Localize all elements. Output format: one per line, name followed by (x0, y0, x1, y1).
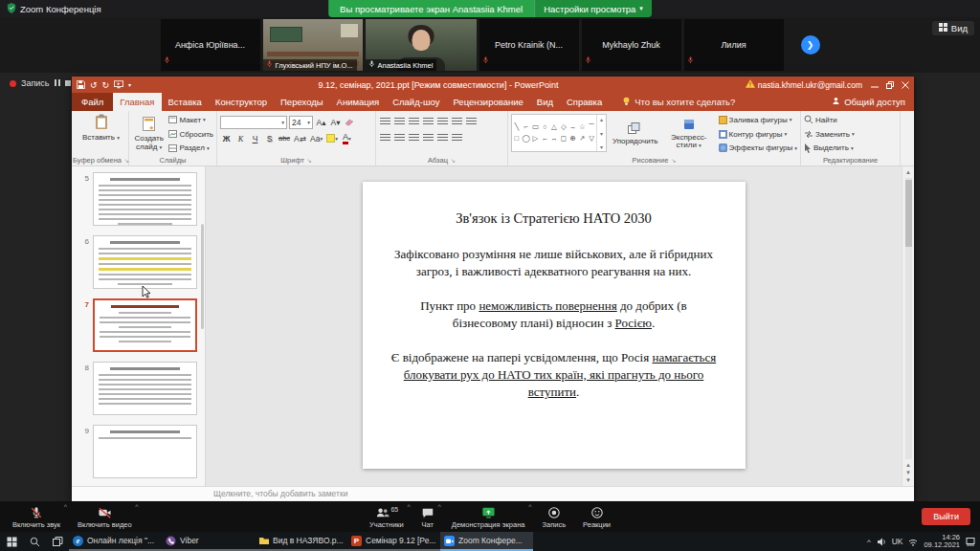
increase-font-size-icon[interactable]: A▴ (315, 116, 327, 129)
replace-button[interactable]: Заменить▾ (804, 128, 897, 141)
dialog-launcher-icon[interactable]: ↘ (451, 157, 456, 164)
slide-thumbnail-9[interactable] (93, 425, 197, 478)
strikethrough-button[interactable]: abc (278, 132, 291, 145)
toolbar-video-off-button[interactable]: ^Включить видео (69, 501, 141, 532)
bullets-icon[interactable] (379, 116, 391, 129)
shape-square-icon[interactable]: □ (515, 133, 520, 144)
slides-panel-scrollbar[interactable] (201, 224, 204, 329)
leave-button[interactable]: Выйти (922, 508, 970, 525)
shape-diamond-icon[interactable]: ◇ (561, 121, 567, 133)
tell-me-search[interactable]: Что вы хотите сделать? (622, 97, 735, 108)
select-button[interactable]: Выделить▾ (804, 142, 897, 154)
toolbar-reactions-button[interactable]: Реакции (574, 501, 619, 532)
save-icon[interactable] (77, 80, 85, 89)
paste-button[interactable]: Вставить ▾ (77, 114, 125, 142)
smartart-icon[interactable] (451, 132, 463, 145)
text-direction-icon[interactable] (451, 116, 463, 129)
redo-icon[interactable]: ↻ (102, 80, 110, 90)
minimize-button[interactable] (871, 81, 879, 89)
account-info[interactable]: nastia.khmel.ukr@gmail.com (746, 79, 862, 90)
shape-triangle-icon[interactable]: △ (551, 121, 557, 133)
shape-effects-button[interactable]: Эффекты фигуры▾ (719, 142, 797, 154)
quick-styles-button[interactable]: Экспресс-стили ▾ (662, 114, 716, 154)
shape-star-icon[interactable]: ☆ (579, 121, 586, 133)
line-spacing-icon[interactable] (436, 116, 449, 129)
shapes-gallery-scrollbar[interactable]: ▴▾▾ (596, 115, 606, 151)
chevron-up-icon[interactable]: ^ (438, 503, 441, 510)
taskbar-app-folder[interactable]: Вид в НАЗЯВО.р... (255, 532, 347, 551)
shape-arrow-up-right-icon[interactable]: ↗ (579, 133, 585, 144)
toolbar-mic-off-button[interactable]: ^Включить звук (4, 501, 69, 532)
section-button[interactable]: Раздел▾ (168, 142, 213, 154)
tab-Анимация[interactable]: Анимация (330, 93, 387, 111)
find-button[interactable]: Найти (804, 114, 897, 126)
action-center-icon[interactable] (966, 537, 975, 546)
chevron-up-icon[interactable]: ^ (528, 503, 531, 510)
shape-arc-icon[interactable]: ⌒ (588, 121, 595, 133)
chevron-up-icon[interactable]: ^ (135, 503, 138, 510)
new-slide-button[interactable]: Создать слайд ▾ (132, 114, 166, 154)
tab-Справка[interactable]: Справка (560, 93, 609, 111)
tab-Вид[interactable]: Вид (530, 93, 560, 111)
align-right-icon[interactable] (408, 132, 420, 145)
italic-button[interactable]: К (234, 132, 247, 145)
taskbar-app-browser[interactable]: eОнлайн лекція "... (69, 532, 162, 551)
start-slideshow-icon[interactable] (114, 80, 123, 89)
tab-Рецензирование[interactable]: Рецензирование (446, 93, 529, 111)
share-button[interactable]: Общий доступ (823, 97, 914, 107)
next-slide-icon[interactable]: ▾ (906, 469, 910, 476)
task-view-button[interactable] (46, 532, 69, 551)
justify-icon[interactable] (422, 132, 434, 145)
shape-plus-circle-icon[interactable]: ⊕ (569, 133, 575, 144)
slide-thumbnail-5[interactable] (93, 172, 197, 226)
scroll-down-icon[interactable]: ▾ (906, 476, 910, 484)
bold-button[interactable]: Ж (220, 132, 233, 145)
numbering-icon[interactable] (393, 116, 406, 129)
close-button[interactable] (902, 81, 909, 89)
align-left-icon[interactable] (379, 132, 391, 145)
change-case-button[interactable]: Аа▾ (309, 132, 323, 145)
align-text-icon[interactable] (465, 116, 478, 129)
font-size-combobox[interactable]: 24▾ (289, 116, 313, 129)
tab-Слайд-шоу[interactable]: Слайд-шоу (386, 93, 446, 111)
toolbar-participants-button[interactable]: 65^Участники (361, 501, 412, 532)
participant-tile[interactable]: Petro Krainik (N... (479, 19, 579, 71)
tab-Вставка[interactable]: Вставка (162, 93, 209, 111)
current-slide[interactable]: Зв'язок із Стратегією НАТО 2030 Зафіксов… (363, 182, 746, 469)
start-button[interactable] (0, 532, 23, 551)
toolbar-chat-button[interactable]: ^Чат (412, 501, 443, 532)
character-spacing-button[interactable]: A⇄ (293, 132, 307, 145)
shape-right-arrow-icon[interactable]: → (569, 121, 577, 133)
participant-tile[interactable]: Анфіса Юріївна... (161, 19, 260, 71)
underline-button[interactable]: Ч (249, 132, 261, 145)
decrease-font-size-icon[interactable]: A▾ (329, 116, 342, 129)
shape-triangle-down-icon[interactable]: ▽ (589, 133, 594, 144)
shape-elbow-icon[interactable]: ⌐ (523, 121, 527, 133)
text-shadow-button[interactable]: S (263, 132, 276, 145)
highlight-button[interactable]: ▾ (325, 132, 339, 145)
shape-triangle-right-icon[interactable]: ▷ (533, 133, 539, 144)
shape-small-square-icon[interactable]: ◻ (561, 133, 567, 144)
taskbar-app-viber[interactable]: Viber (162, 532, 255, 551)
dialog-launcher-icon[interactable]: ↘ (671, 157, 676, 164)
toolbar-record-button[interactable]: Запись (533, 501, 574, 532)
stop-recording-button[interactable] (65, 78, 71, 88)
tray-expand-icon[interactable]: ^ (867, 538, 871, 546)
taskbar-app-powerpoint[interactable]: PСемінар 9.12 [Ре... (347, 532, 440, 551)
decrease-indent-icon[interactable] (408, 116, 420, 129)
reset-button[interactable]: Сбросить (168, 128, 213, 141)
search-button[interactable] (23, 532, 46, 551)
participant-tile[interactable]: Глухівський НПУ ім.О... (263, 19, 363, 71)
toolbar-share-screen-button[interactable]: ^Демонстрация экрана (443, 501, 534, 532)
network-icon[interactable] (908, 538, 918, 546)
pause-recording-button[interactable] (55, 78, 60, 88)
view-button[interactable]: Вид (932, 21, 974, 35)
shapes-gallery[interactable]: ╲⌐▭○△◇→☆⌒□◯▷←↔◻⊕↗▽ ▴▾▾ (511, 114, 607, 152)
font-color-button[interactable]: А▾ (341, 132, 353, 145)
align-center-icon[interactable] (393, 132, 406, 145)
restore-button[interactable] (886, 81, 894, 89)
taskbar-app-zoom[interactable]: Zoom Конфере... (440, 532, 533, 551)
chevron-up-icon[interactable]: ^ (64, 503, 67, 510)
shape-rect-icon[interactable]: ▭ (532, 121, 539, 133)
scroll-up-icon[interactable]: ▴ (906, 168, 910, 176)
